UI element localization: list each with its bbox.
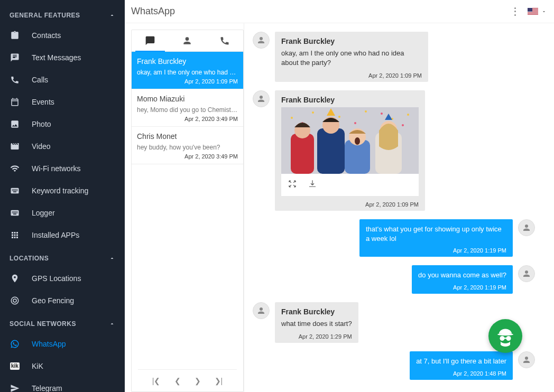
conversation-item[interactable]: Chris Monet hey buddy, how you've been? …	[132, 127, 243, 164]
sidebar-item-installed-apps[interactable]: Installed APPs	[0, 224, 125, 246]
pager-next[interactable]: ❯	[195, 377, 201, 385]
svg-point-24	[506, 336, 511, 341]
svg-point-18	[355, 137, 360, 145]
pager: |❮ ❮ ❯ ❯|	[138, 369, 237, 391]
message-bubble-in: Frank Burckley	[275, 90, 425, 211]
sidebar-item-label: Photo	[32, 120, 51, 128]
sidebar-item-gps-locations[interactable]: GPS Locations	[0, 267, 125, 290]
message-time: Apr 2, 2020 1:19 PM	[366, 247, 506, 254]
tab-calls[interactable]	[206, 30, 243, 51]
chat-panel: Frank Burckley okay, am I the only one w…	[244, 23, 554, 392]
conversation-time: Apr 2, 2020 3:49 PM	[137, 153, 238, 160]
sidebar-item-label: Calls	[32, 76, 48, 84]
svg-point-22	[497, 333, 513, 336]
sidebar-item-label: Wi-Fi networks	[32, 164, 81, 173]
message-sender: Frank Burckley	[281, 307, 352, 316]
chevron-up-icon	[109, 321, 115, 327]
svg-point-3	[338, 116, 340, 118]
flag-us-icon	[528, 8, 538, 15]
message-time: Apr 2, 2020 1:48 PM	[416, 370, 506, 377]
svg-rect-25	[504, 338, 507, 339]
sidebar-item-text-messages[interactable]: Text Messages	[0, 46, 125, 69]
conversation-name: Frank Burckley	[137, 57, 238, 66]
keyboard-icon	[10, 208, 20, 218]
expand-icon[interactable]	[288, 179, 297, 191]
avatar	[518, 265, 535, 282]
pager-prev[interactable]: ❮	[174, 377, 181, 385]
svg-point-1	[291, 117, 293, 119]
pager-first[interactable]: |❮	[152, 377, 161, 385]
conversation-tabs	[132, 30, 243, 52]
sidebar-item-label: Telegram	[32, 384, 62, 392]
message-row: that's what you get for showing up only …	[253, 219, 535, 257]
message-text: do you wanna come as well?	[418, 270, 506, 280]
message-row: do you wanna come as well? Apr 2, 2020 1…	[253, 265, 535, 294]
message-text: okay, am I the only one who had no idea …	[281, 49, 422, 67]
conversation-preview: okay, am I the only one who had no ide…	[137, 69, 238, 76]
conversation-item[interactable]: Momo Miazuki hey, Momo did you go to Che…	[132, 89, 243, 127]
telegram-icon	[10, 383, 20, 392]
svg-point-4	[365, 110, 367, 113]
sidebar-item-keyword-tracking[interactable]: Keyword tracking	[0, 180, 125, 202]
sidebar-item-kik[interactable]: kikKiK	[0, 355, 125, 377]
sidebar-item-events[interactable]: Events	[0, 91, 125, 113]
sidebar-item-label: KiK	[32, 362, 43, 370]
kik-icon: kik	[10, 361, 20, 371]
svg-rect-12	[291, 134, 314, 174]
sidebar-item-contacts[interactable]: Contacts	[0, 24, 125, 46]
conversation-card: Frank Burckley okay, am I the only one w…	[131, 30, 244, 392]
message-bubble-out: at 7, but I'll go there a bit later Apr …	[410, 351, 513, 380]
avatar	[518, 351, 535, 368]
more-icon[interactable]	[511, 7, 519, 16]
image-actions	[281, 174, 419, 196]
pager-last[interactable]: ❯|	[215, 377, 223, 385]
video-icon	[10, 141, 20, 152]
message-time: Apr 2, 2020 1:29 PM	[281, 333, 352, 340]
svg-point-2	[312, 111, 314, 114]
sidebar-item-video[interactable]: Video	[0, 135, 125, 157]
sidebar-item-telegram[interactable]: Telegram	[0, 377, 125, 392]
download-icon[interactable]	[308, 179, 317, 191]
message-image[interactable]	[281, 107, 419, 174]
section-header-social[interactable]: SOCIAL NETWORKS	[0, 312, 125, 333]
avatar	[253, 32, 270, 49]
sidebar-item-photo[interactable]: Photo	[0, 113, 125, 135]
svg-point-23	[500, 336, 505, 341]
section-header-general[interactable]: GENERAL FEATURES	[0, 3, 125, 24]
sidebar-item-label: Logger	[32, 209, 55, 217]
message-row: at 7, but I'll go there a bit later Apr …	[253, 351, 535, 380]
svg-point-10	[381, 113, 383, 115]
message-image-block	[281, 107, 419, 196]
wifi-icon	[10, 163, 20, 174]
conversation-time: Apr 2, 2020 1:09 PM	[137, 78, 238, 85]
sidebar-item-label: Text Messages	[32, 53, 81, 62]
sidebar-item-label: Events	[32, 98, 54, 106]
tab-chats[interactable]	[132, 30, 169, 51]
avatar	[518, 219, 535, 236]
sidebar-item-logger[interactable]: Logger	[0, 202, 125, 224]
main: WhatsApp Frank Burckley okay, am	[125, 0, 554, 392]
tab-contacts[interactable]	[169, 30, 206, 51]
section-header-label: SOCIAL NETWORKS	[10, 320, 76, 328]
language-selector[interactable]	[528, 8, 547, 15]
conversation-panel: Frank Burckley okay, am I the only one w…	[125, 23, 244, 392]
page-title: WhatsApp	[131, 6, 175, 17]
sidebar-item-wifi[interactable]: Wi-Fi networks	[0, 157, 125, 180]
chevron-up-icon	[109, 255, 115, 262]
conversation-item[interactable]: Frank Burckley okay, am I the only one w…	[132, 52, 243, 89]
avatar	[253, 90, 270, 107]
sidebar-item-calls[interactable]: Calls	[0, 69, 125, 91]
calendar-icon	[10, 97, 20, 107]
sidebar-item-whatsapp[interactable]: WhatsApp	[0, 333, 125, 355]
message-text: that's what you get for showing up only …	[366, 225, 506, 243]
sidebar-item-geo-fencing[interactable]: Geo Fencing	[0, 290, 125, 312]
fab-spy[interactable]	[488, 319, 522, 353]
message-time: Apr 2, 2020 1:19 PM	[418, 284, 506, 291]
clipboard-icon	[10, 30, 20, 41]
section-header-locations[interactable]: LOCATIONS	[0, 246, 125, 267]
topbar-right	[511, 7, 547, 16]
message-time: Apr 2, 2020 1:09 PM	[281, 201, 419, 208]
conversation-name: Chris Monet	[137, 132, 238, 141]
message-text: what time does it start?	[281, 319, 352, 329]
message-icon	[10, 52, 20, 63]
